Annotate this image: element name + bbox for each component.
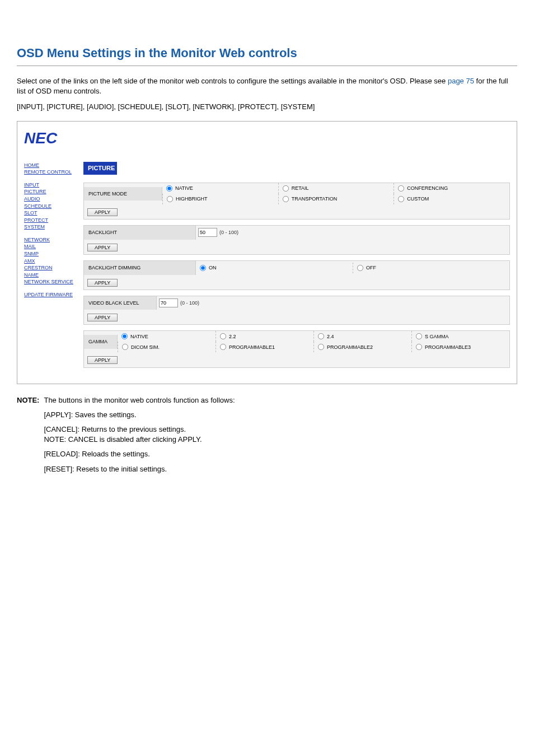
backlight-dimming-block: BACKLIGHT DIMMING ON OFF APPLY [83,260,510,290]
picture-mode-block: PICTURE MODE NATIVE RETAIL CONFERENCING … [83,183,510,220]
radio-retail[interactable] [283,185,289,192]
radio-native[interactable] [166,185,172,192]
intro-pre: Select one of the links on the left side… [17,77,448,85]
sidebar-item-slot[interactable]: SLOT [24,209,74,217]
opt-off: OFF [366,264,376,272]
apply-button-backlight[interactable]: APPLY [87,244,118,251]
sidebar-item-schedule[interactable]: SCHEDULE [24,203,74,210]
sidebar-item-picture[interactable]: PICTURE [24,188,74,195]
sidebar-item-remote-control[interactable]: REMOTE CONTROL [24,169,74,176]
radio-gamma-prog3[interactable] [416,344,422,350]
sidebar-item-protect[interactable]: PROTECT [24,217,74,224]
backlight-block: BACKLIGHT (0 - 100) APPLY [83,225,510,255]
opt-transportation: TRANSPORTATION [292,195,338,203]
backlight-dimming-label: BACKLIGHT DIMMING [84,261,196,275]
note-body: The buttons in the monitor web controls … [44,395,235,479]
apply-button-gamma[interactable]: APPLY [87,356,118,364]
radio-transportation[interactable] [283,196,289,202]
backlight-input[interactable] [198,228,217,237]
web-controls-panel: NEC HOME REMOTE CONTROL INPUT PICTURE AU… [17,121,517,384]
page-title-bar: PICTURE [83,162,117,175]
sidebar-item-audio[interactable]: AUDIO [24,195,74,203]
radio-conferencing[interactable] [398,185,404,192]
section-heading: OSD Menu Settings in the Monitor Web con… [17,45,517,66]
opt-g-24: 2.4 [327,333,334,340]
opt-g-22: 2.2 [229,333,236,340]
sidebar-item-amx[interactable]: AMX [24,258,74,265]
note-block: NOTE: The buttons in the monitor web con… [17,395,517,479]
sidebar-group-4: UPDATE FIRMWARE [24,291,74,298]
sidebar-item-system[interactable]: SYSTEM [24,223,74,231]
gamma-label: GAMMA [84,335,118,349]
radio-gamma-prog2[interactable] [318,344,324,350]
sidebar-item-network-service[interactable]: NETWORK SERVICE [24,278,74,286]
apply-button-vbl[interactable]: APPLY [87,314,118,321]
radio-gamma-prog1[interactable] [220,344,226,350]
note-line-1: [APPLY]: Saves the settings. [44,410,235,420]
video-black-level-label: VIDEO BLACK LEVEL [84,296,157,310]
sidebar-item-update-firmware[interactable]: UPDATE FIRMWARE [24,291,74,298]
sidebar-group-3: NETWORK MAIL SNMP AMX CRESTRON NAME NETW… [24,236,74,286]
sidebar-item-input[interactable]: INPUT [24,181,74,189]
opt-g-prog2: PROGRAMMABLE2 [327,344,373,351]
sidebar-item-network[interactable]: NETWORK [24,236,74,244]
radio-dimming-on[interactable] [200,265,206,271]
radio-dimming-off[interactable] [357,265,363,271]
sidebar-item-mail[interactable]: MAIL [24,243,74,250]
video-black-level-input[interactable] [159,298,178,307]
backlight-range: (0 - 100) [219,229,238,236]
intro-text: Select one of the links on the left side… [17,76,517,96]
sidebar: HOME REMOTE CONTROL INPUT PICTURE AUDIO … [24,162,74,374]
opt-native: NATIVE [175,185,193,192]
gamma-block: GAMMA NATIVE 2.2 2.4 S GAMMA DICOM SIM. … [83,330,510,367]
opt-custom: CUSTOM [407,195,429,203]
radio-gamma-sgamma[interactable] [416,333,422,339]
note-label: NOTE: [17,395,39,479]
opt-on: ON [209,264,217,272]
opt-g-prog3: PROGRAMMABLE3 [425,344,471,351]
video-black-level-range: (0 - 100) [180,300,199,307]
radio-gamma-native[interactable] [121,333,128,339]
opt-g-native: NATIVE [130,333,148,340]
sidebar-group-2: INPUT PICTURE AUDIO SCHEDULE SLOT PROTEC… [24,181,74,231]
sidebar-item-crestron[interactable]: CRESTRON [24,264,74,272]
page-link[interactable]: page 75 [448,77,474,85]
video-black-level-block: VIDEO BLACK LEVEL (0 - 100) APPLY [83,296,510,325]
opt-g-sgamma: S GAMMA [425,333,449,340]
apply-button-picture-mode[interactable]: APPLY [87,208,118,216]
opt-g-prog1: PROGRAMMABLE1 [229,344,275,351]
radio-gamma-dicom[interactable] [122,344,128,350]
note-line-3: [RELOAD]: Reloads the settings. [44,449,235,459]
note-line-0: The buttons in the monitor web controls … [44,395,235,405]
radio-custom[interactable] [398,196,404,202]
opt-conferencing: CONFERENCING [407,185,448,192]
sidebar-group-1: HOME REMOTE CONTROL [24,162,74,176]
opt-retail: RETAIL [292,185,309,192]
radio-highbright[interactable] [167,196,173,202]
menu-list: [INPUT], [PICTURE], [AUDIO], [SCHEDULE],… [17,102,517,112]
content-area: PICTURE PICTURE MODE NATIVE RETAIL CONFE… [83,162,510,374]
note-line-2: [CANCEL]: Returns to the previous settin… [44,424,235,445]
sidebar-item-home[interactable]: HOME [24,162,74,169]
nec-logo: NEC [24,127,510,149]
radio-gamma-24[interactable] [318,333,324,339]
opt-highbright: HIGHBRIGHT [176,195,208,203]
sidebar-item-snmp[interactable]: SNMP [24,250,74,258]
radio-gamma-22[interactable] [220,333,226,339]
note-line-4: [RESET]: Resets to the initial settings. [44,464,235,474]
picture-mode-label: PICTURE MODE [84,187,162,201]
sidebar-item-name[interactable]: NAME [24,272,74,279]
backlight-label: BACKLIGHT [84,226,196,240]
opt-g-dicom: DICOM SIM. [131,344,160,351]
apply-button-dimming[interactable]: APPLY [87,279,118,287]
